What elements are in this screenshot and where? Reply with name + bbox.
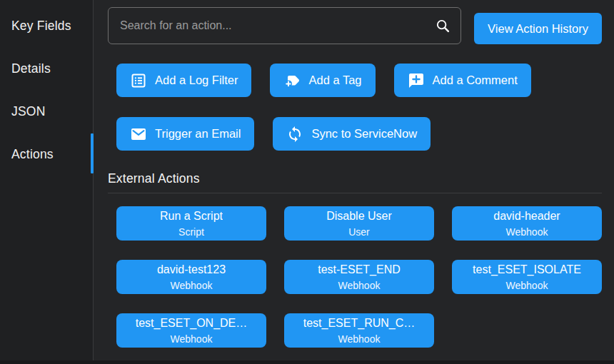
email-icon <box>130 126 147 143</box>
card-type: Webhook <box>171 333 213 345</box>
section-divider <box>108 193 602 193</box>
button-label: Add a Tag <box>308 74 361 87</box>
external-action-card-test-eset-isolate[interactable]: test_ESET_ISOLATE Webhook <box>452 260 602 294</box>
external-action-card-david-header[interactable]: david-header Webhook <box>452 206 602 241</box>
log-filter-icon <box>130 72 147 89</box>
sidebar-item-label: Actions <box>11 147 54 162</box>
external-actions-grid: Run a Script Script Disable User User da… <box>116 206 602 348</box>
add-log-filter-button[interactable]: Add a Log Filter <box>116 64 251 97</box>
sidebar-item-label: Key Fields <box>11 19 71 34</box>
card-title: test_ESET_RUN_C… <box>303 317 416 330</box>
card-type: Webhook <box>171 280 213 291</box>
window-bottom-edge <box>0 360 614 364</box>
action-search-box <box>108 7 461 44</box>
toolbar: View Action History <box>108 7 602 44</box>
comment-add-icon <box>408 72 425 89</box>
external-action-card-test-eset-end[interactable]: test-ESET_END Webhook <box>284 260 434 294</box>
card-title: david-header <box>493 210 560 223</box>
add-tag-button[interactable]: Add a Tag <box>270 64 375 97</box>
sidebar-item-label: JSON <box>11 104 45 119</box>
button-label: Add a Comment <box>433 74 518 87</box>
sync-icon <box>286 126 303 143</box>
external-action-card-disable-user[interactable]: Disable User User <box>284 206 434 241</box>
sidebar-item-json[interactable]: JSON <box>0 90 93 133</box>
card-type: Webhook <box>338 280 381 291</box>
external-action-card-david-test123[interactable]: david-test123 Webhook <box>116 260 266 294</box>
sidebar-item-details[interactable]: Details <box>0 47 93 90</box>
external-action-card-run-a-script[interactable]: Run a Script Script <box>116 206 266 241</box>
sidebar: Key Fields Details JSON Actions <box>0 0 94 364</box>
add-comment-button[interactable]: Add a Comment <box>394 64 531 97</box>
quick-actions-row-2: Trigger an Email Sync to ServiceNow <box>116 117 602 151</box>
card-type: Webhook <box>506 226 548 238</box>
card-type: Webhook <box>506 280 548 291</box>
sidebar-item-actions[interactable]: Actions <box>0 133 93 176</box>
button-label: Trigger an Email <box>155 127 241 141</box>
trigger-email-button[interactable]: Trigger an Email <box>116 117 254 151</box>
sidebar-item-key-fields[interactable]: Key Fields <box>0 4 93 47</box>
button-label: Sync to ServiceNow <box>311 127 417 141</box>
card-title: test_ESET_ISOLATE <box>473 263 581 276</box>
quick-actions-row-1: Add a Log Filter Add a Tag <box>116 64 602 97</box>
card-title: test-ESET_END <box>318 263 401 276</box>
card-type: Webhook <box>338 333 381 345</box>
card-type: User <box>348 226 370 238</box>
button-label: Add a Log Filter <box>155 74 238 87</box>
card-title: david-test123 <box>157 263 226 276</box>
external-action-card-test-eset-run-command[interactable]: test_ESET_RUN_C… Webhook <box>284 313 434 348</box>
actions-panel: Key Fields Details JSON Actions <box>0 0 614 364</box>
sidebar-item-label: Details <box>11 61 51 76</box>
actions-content: View Action History Add a Log Filter <box>94 0 614 364</box>
search-input[interactable] <box>119 19 435 33</box>
card-title: Disable User <box>326 210 392 223</box>
external-actions-title: External Actions <box>108 171 602 186</box>
search-icon[interactable] <box>435 18 451 34</box>
card-type: Script <box>178 226 204 238</box>
sync-servicenow-button[interactable]: Sync to ServiceNow <box>273 117 431 151</box>
tag-add-icon <box>283 72 301 89</box>
card-title: Run a Script <box>160 210 223 223</box>
view-action-history-button[interactable]: View Action History <box>474 13 602 44</box>
card-title: test_ESET_ON_DE… <box>136 317 248 330</box>
external-action-card-test-eset-on-demand[interactable]: test_ESET_ON_DE… Webhook <box>116 313 266 348</box>
